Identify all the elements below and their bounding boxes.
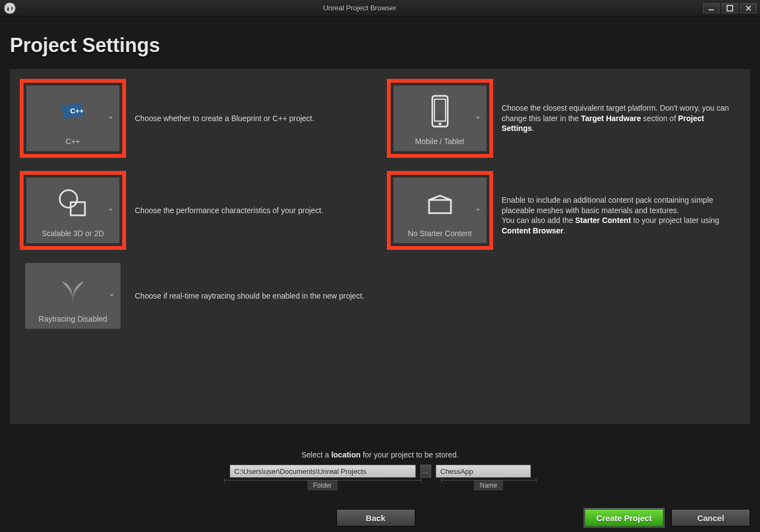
- card-label: No Starter Content: [408, 229, 472, 243]
- minimize-button[interactable]: [703, 3, 719, 13]
- name-label: Name: [474, 480, 502, 490]
- settings-panel: C++ C++ Choose whether to create a Bluep…: [10, 69, 750, 424]
- highlight-box: Mobile / Tablet: [387, 79, 493, 158]
- back-button[interactable]: Back: [336, 509, 415, 527]
- cancel-button[interactable]: Cancel: [671, 509, 750, 527]
- mobile-icon: [393, 85, 487, 137]
- target-platform-dropdown[interactable]: Mobile / Tablet: [393, 85, 487, 151]
- name-input[interactable]: [436, 465, 531, 478]
- chevron-down-icon: [108, 291, 115, 301]
- chevron-down-icon: [107, 205, 114, 215]
- highlight-box: No Starter Content: [387, 171, 493, 250]
- chevron-down-icon: [475, 113, 481, 123]
- leaf-icon: [25, 263, 121, 314]
- svg-point-6: [438, 123, 441, 125]
- page-title: Project Settings: [0, 16, 760, 69]
- close-button[interactable]: [740, 3, 757, 13]
- card-label: Raytracing Disabled: [38, 314, 107, 329]
- raytracing-description: Choose if real-time raytracing should be…: [135, 291, 364, 301]
- highlight-box: C++ C++: [20, 79, 126, 158]
- chevron-down-icon: [107, 113, 114, 123]
- starter-content-dropdown[interactable]: No Starter Content: [393, 178, 487, 243]
- starter-content-description: Enable to include an additional content …: [502, 185, 732, 236]
- folder-label: Folder: [307, 480, 337, 490]
- svg-rect-8: [71, 202, 85, 215]
- project-type-dropdown[interactable]: C++ C++: [26, 85, 119, 151]
- chevron-down-icon: [475, 205, 481, 215]
- svg-rect-0: [708, 9, 714, 10]
- performance-description: Choose the performance characteristics o…: [135, 205, 323, 216]
- svg-text:C++: C++: [70, 107, 84, 115]
- location-prompt: Select a location for your project to be…: [10, 450, 750, 459]
- performance-dropdown[interactable]: Scalable 3D or 2D: [26, 178, 119, 243]
- highlight-box: Scalable 3D or 2D: [20, 171, 126, 250]
- card-label: Scalable 3D or 2D: [42, 229, 104, 243]
- create-project-button[interactable]: Create Project: [585, 509, 664, 527]
- browse-button[interactable]: ...: [420, 465, 431, 478]
- card-label: C++: [66, 137, 80, 151]
- target-platform-description: Choose the closest equivalent target pla…: [502, 103, 732, 134]
- titlebar: Unreal Project Browser: [0, 0, 760, 16]
- svg-rect-5: [435, 99, 445, 121]
- svg-point-7: [60, 190, 77, 208]
- maximize-button[interactable]: [722, 3, 738, 13]
- scalable-icon: [26, 178, 119, 229]
- project-type-description: Choose whether to create a Blueprint or …: [135, 113, 315, 124]
- unreal-logo-icon: [3, 2, 16, 15]
- svg-rect-1: [727, 5, 733, 11]
- footer: Select a location for your project to be…: [0, 443, 760, 532]
- cpp-icon: C++: [26, 85, 119, 137]
- raytracing-dropdown[interactable]: Raytracing Disabled: [25, 263, 121, 329]
- card-label: Mobile / Tablet: [415, 137, 464, 151]
- box-icon: [393, 178, 487, 229]
- folder-input[interactable]: [230, 465, 416, 478]
- window-title: Unreal Project Browser: [16, 4, 703, 12]
